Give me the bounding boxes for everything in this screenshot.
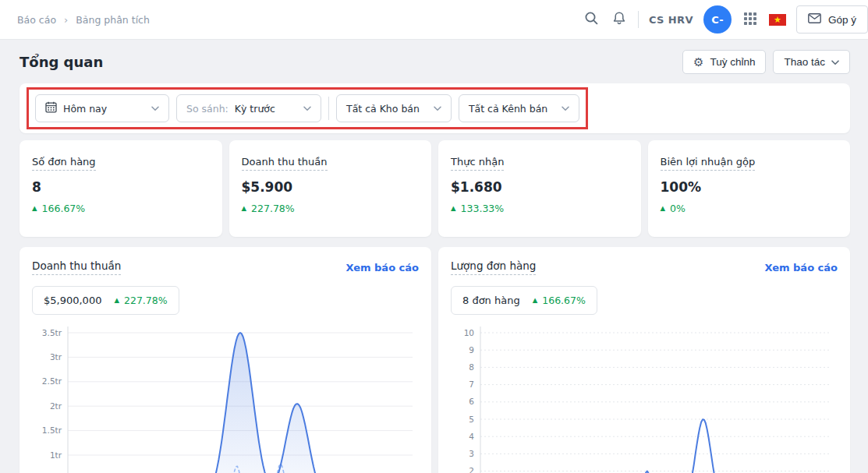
notifications-button[interactable] <box>611 9 628 30</box>
kpi-value: 8 <box>32 179 210 195</box>
chevron-down-icon <box>426 106 441 111</box>
customize-button[interactable]: ⚙ Tuỳ chỉnh <box>682 50 766 74</box>
top-bar-actions: CS HRV C- ★ Góp ý <box>583 5 868 34</box>
svg-text:10: 10 <box>464 328 474 337</box>
breadcrumb-analytics[interactable]: Bảng phân tích <box>76 14 150 26</box>
chart-summary-badge: 8 đơn hàng ▲166.67% <box>451 286 597 315</box>
up-arrow-icon: ▲ <box>533 297 538 304</box>
feedback-label: Góp ý <box>828 14 856 26</box>
svg-text:2: 2 <box>469 466 474 473</box>
kpi-card-orders: Số đơn hàng 8 ▲166.67% <box>19 140 222 237</box>
page-actions: ⚙ Tuỳ chỉnh Thao tác <box>682 50 850 74</box>
breadcrumb-separator-icon: › <box>64 14 68 26</box>
kpi-row: Số đơn hàng 8 ▲166.67% Doanh thu thuần $… <box>19 140 850 237</box>
search-button[interactable] <box>583 9 601 30</box>
order-volume-chart: 1098765432 <box>451 322 838 473</box>
page-title: Tổng quan <box>19 54 103 70</box>
kpi-card-gross-margin: Biên lợi nhuận gộp 100% ▲0% <box>648 140 851 237</box>
apps-grid-button[interactable] <box>742 10 759 30</box>
svg-text:2.5tr: 2.5tr <box>42 376 62 386</box>
kpi-delta: ▲0% <box>661 203 838 214</box>
actions-button[interactable]: Thao tác <box>773 50 850 74</box>
chevron-down-icon <box>831 56 839 68</box>
date-range-value: Hôm nay <box>63 103 107 115</box>
kpi-label[interactable]: Thực nhận <box>451 156 504 171</box>
up-arrow-icon: ▲ <box>114 297 119 304</box>
apps-grid-icon <box>743 12 757 28</box>
main-content: Tổng quan ⚙ Tuỳ chỉnh Thao tác <box>0 50 868 473</box>
annotation-highlight-box: Hôm nay So sánh: Kỳ trước Tất cả Kho bán <box>27 87 588 129</box>
svg-text:4: 4 <box>469 432 474 441</box>
badge-value: $5,900,000 <box>44 295 101 306</box>
up-arrow-icon: ▲ <box>242 205 247 212</box>
compare-dropdown[interactable]: So sánh: Kỳ trước <box>176 94 321 122</box>
chart-title[interactable]: Lượng đơn hàng <box>451 259 536 275</box>
dashboard-page: Báo cáo › Bảng phân tích CS HRV C- <box>0 0 868 473</box>
svg-text:9: 9 <box>469 345 474 355</box>
svg-text:5: 5 <box>469 415 474 424</box>
up-arrow-icon: ▲ <box>661 205 666 212</box>
filter-bar-card: Hôm nay So sánh: Kỳ trước Tất cả Kho bán <box>19 83 850 133</box>
calendar-icon <box>45 101 57 115</box>
kpi-value: $5.900 <box>242 179 420 195</box>
top-bar-divider <box>638 11 639 28</box>
kpi-delta: ▲166.67% <box>32 203 210 214</box>
svg-text:3: 3 <box>469 449 474 458</box>
avatar[interactable]: C- <box>703 5 732 34</box>
breadcrumb: Báo cáo › Bảng phân tích <box>17 14 150 26</box>
compare-label: So sánh: <box>186 103 229 115</box>
chart-header: Doanh thu thuần Xem báo cáo <box>32 259 419 275</box>
channel-dropdown[interactable]: Tất cả Kênh bán <box>459 94 579 122</box>
kpi-value: 100% <box>661 179 838 195</box>
charts-row: Doanh thu thuần Xem báo cáo $5,900,000 ▲… <box>19 247 850 473</box>
org-label: CS HRV <box>649 14 693 26</box>
vietnam-flag-icon[interactable]: ★ <box>769 14 786 26</box>
actions-label: Thao tác <box>784 56 825 68</box>
warehouse-value: Tất cả Kho bán <box>346 103 420 115</box>
channel-value: Tất cả Kênh bán <box>469 103 547 115</box>
bell-icon <box>612 11 626 28</box>
badge-delta: ▲166.67% <box>533 295 586 306</box>
date-range-dropdown[interactable]: Hôm nay <box>35 94 169 122</box>
svg-text:7: 7 <box>469 379 474 389</box>
kpi-label[interactable]: Biên lợi nhuận gộp <box>661 156 756 171</box>
chart-title[interactable]: Doanh thu thuần <box>32 259 121 275</box>
chart-card-order-volume: Lượng đơn hàng Xem báo cáo 8 đơn hàng ▲1… <box>438 247 850 473</box>
kpi-label[interactable]: Số đơn hàng <box>32 156 96 171</box>
feedback-button[interactable]: Góp ý <box>796 5 868 34</box>
chevron-down-icon <box>296 106 311 111</box>
view-report-link[interactable]: Xem báo cáo <box>345 262 419 274</box>
net-revenue-chart: 3.5tr3tr2.5tr2tr1.5tr1tr <box>32 322 419 473</box>
gear-icon: ⚙ <box>693 56 703 68</box>
svg-text:8: 8 <box>469 362 474 372</box>
svg-text:2tr: 2tr <box>50 401 62 411</box>
title-row: Tổng quan ⚙ Tuỳ chỉnh Thao tác <box>19 50 850 74</box>
kpi-value: $1.680 <box>451 179 629 195</box>
view-report-link[interactable]: Xem báo cáo <box>764 262 838 274</box>
svg-text:1.5tr: 1.5tr <box>42 425 62 435</box>
customize-label: Tuỳ chỉnh <box>710 56 755 68</box>
chart-summary-badge: $5,900,000 ▲227.78% <box>32 286 179 315</box>
envelope-icon <box>808 13 821 26</box>
chevron-down-icon <box>143 106 159 111</box>
chart-header: Lượng đơn hàng Xem báo cáo <box>451 259 838 275</box>
up-arrow-icon: ▲ <box>32 205 37 212</box>
kpi-label[interactable]: Doanh thu thuần <box>242 156 328 171</box>
kpi-card-net-revenue: Doanh thu thuần $5.900 ▲227.78% <box>229 140 432 237</box>
badge-value: 8 đơn hàng <box>462 295 520 306</box>
kpi-card-received: Thực nhận $1.680 ▲133.33% <box>438 140 641 237</box>
warehouse-dropdown[interactable]: Tất cả Kho bán <box>336 94 452 122</box>
svg-text:6: 6 <box>469 397 474 406</box>
svg-text:3tr: 3tr <box>50 352 62 362</box>
kpi-delta: ▲133.33% <box>451 203 629 214</box>
chevron-down-icon <box>554 106 569 111</box>
breadcrumb-reports[interactable]: Báo cáo <box>17 14 56 26</box>
badge-delta: ▲227.78% <box>114 295 167 306</box>
chart-card-net-revenue: Doanh thu thuần Xem báo cáo $5,900,000 ▲… <box>19 247 431 473</box>
top-bar: Báo cáo › Bảng phân tích CS HRV C- <box>0 0 868 40</box>
svg-text:1tr: 1tr <box>50 450 62 460</box>
kpi-delta: ▲227.78% <box>242 203 420 214</box>
svg-text:3.5tr: 3.5tr <box>42 328 62 337</box>
search-icon <box>584 11 599 28</box>
up-arrow-icon: ▲ <box>451 205 456 212</box>
